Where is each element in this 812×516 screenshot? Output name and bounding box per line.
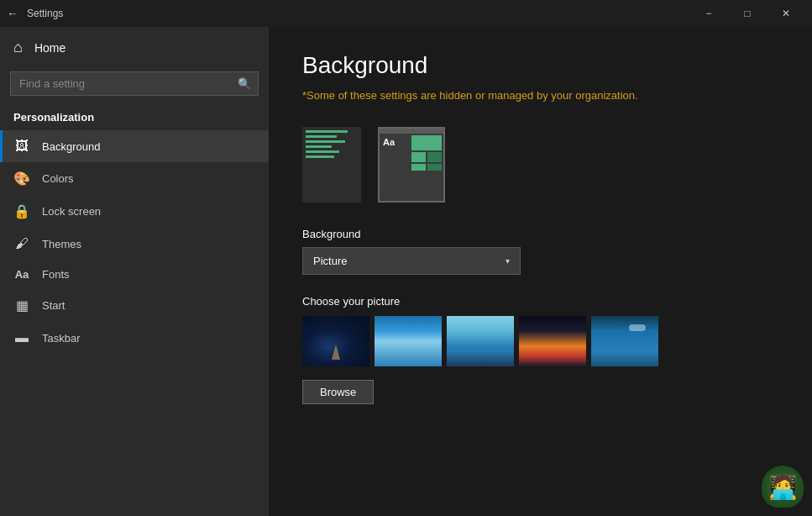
taskbar-icon: ▬: [13, 330, 30, 345]
preview-line: [306, 140, 345, 143]
back-button[interactable]: ←: [7, 7, 18, 20]
sidebar-item-fonts[interactable]: Aa Fonts: [0, 260, 269, 289]
watermark-face: 🧑‍💻: [768, 473, 798, 501]
fonts-icon: Aa: [13, 268, 30, 281]
preview-line: [306, 155, 334, 158]
background-section: Background Picture ▾: [302, 228, 778, 275]
choose-picture-label: Choose your picture: [302, 295, 778, 308]
close-button[interactable]: ✕: [767, 0, 805, 27]
page-title: Background: [302, 52, 778, 79]
section-label: Personalization: [0, 106, 269, 130]
background-dropdown[interactable]: Picture ▾: [302, 247, 521, 275]
preview-aa-text: Aa: [383, 137, 395, 147]
app-body: ⌂ Home 🔍 Personalization 🖼 Background 🎨 …: [0, 27, 812, 516]
picture-thumb-2[interactable]: [375, 316, 442, 366]
search-input[interactable]: [11, 72, 231, 95]
preview-tile-medium-2: [427, 152, 442, 162]
titlebar: ← Settings − □ ✕: [0, 0, 812, 27]
lock-icon: 🔒: [13, 203, 30, 219]
preview-bar: [306, 130, 348, 133]
picture-thumb-1[interactable]: [302, 316, 369, 366]
picture-grid: [302, 316, 778, 366]
background-icon: 🖼: [13, 139, 30, 154]
search-icon: 🔍: [231, 77, 258, 90]
preview-line: [306, 150, 339, 153]
sidebar-item-themes[interactable]: 🖌 Themes: [0, 228, 269, 260]
search-box[interactable]: 🔍: [10, 71, 259, 96]
preview-tile-small-1: [411, 164, 426, 171]
picture-thumb-5[interactable]: [591, 316, 658, 366]
preview-tiles: [411, 135, 442, 171]
background-dropdown-label: Background: [302, 228, 778, 240]
watermark: 🧑‍💻: [762, 466, 804, 508]
browse-button[interactable]: Browse: [302, 380, 374, 404]
dropdown-value: Picture: [313, 255, 347, 267]
sidebar: ⌂ Home 🔍 Personalization 🖼 Background 🎨 …: [0, 27, 269, 516]
sidebar-background-label: Background: [42, 140, 100, 153]
preview-full[interactable]: Aa: [378, 127, 445, 203]
window-title: Settings: [27, 8, 689, 19]
sidebar-item-background[interactable]: 🖼 Background: [0, 130, 269, 162]
themes-icon: 🖌: [13, 236, 30, 251]
warning-text: *Some of these settings are hidden or ma…: [302, 89, 778, 102]
preview-body: Aa: [380, 134, 443, 201]
sidebar-lock-label: Lock screen: [42, 205, 101, 218]
preview-tile-medium-1: [411, 152, 426, 162]
sidebar-start-label: Start: [42, 299, 65, 312]
choose-picture-section: Choose your picture Browse: [302, 295, 778, 404]
colors-icon: 🎨: [13, 171, 30, 187]
window-controls: − □ ✕: [689, 0, 805, 27]
sidebar-item-lock-screen[interactable]: 🔒 Lock screen: [0, 195, 269, 228]
sidebar-colors-label: Colors: [42, 172, 74, 185]
chevron-down-icon: ▾: [506, 256, 510, 266]
minimize-button[interactable]: −: [689, 0, 728, 27]
picture-thumb-3[interactable]: [447, 316, 514, 366]
sidebar-themes-label: Themes: [42, 238, 81, 250]
sidebar-fonts-label: Fonts: [42, 268, 70, 281]
preview-lines: [306, 135, 358, 199]
start-icon: ▦: [13, 297, 30, 313]
preview-line: [306, 145, 332, 148]
preview-line: [306, 135, 337, 138]
preview-minimal[interactable]: [302, 127, 361, 203]
sidebar-item-start[interactable]: ▦ Start: [0, 289, 269, 322]
preview-area: Aa: [302, 127, 778, 203]
home-label: Home: [34, 41, 65, 55]
preview-tile-small-2: [427, 164, 442, 171]
sidebar-item-taskbar[interactable]: ▬ Taskbar: [0, 322, 269, 354]
picture-thumb-4[interactable]: [519, 316, 586, 366]
sidebar-item-home[interactable]: ⌂ Home: [0, 27, 269, 68]
content-area: Background *Some of these settings are h…: [269, 27, 812, 516]
home-icon: ⌂: [13, 39, 23, 56]
sidebar-taskbar-label: Taskbar: [42, 332, 81, 345]
sidebar-item-colors[interactable]: 🎨 Colors: [0, 162, 269, 195]
preview-tile-large: [411, 135, 442, 150]
maximize-button[interactable]: □: [728, 0, 767, 27]
